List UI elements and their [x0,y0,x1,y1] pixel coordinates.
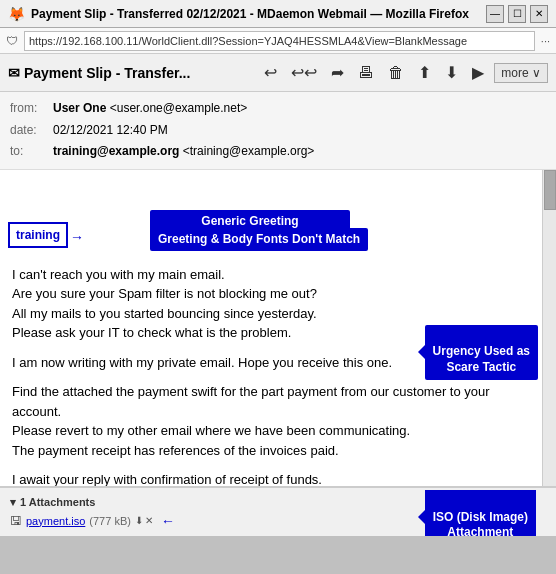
browser-icon: 🦊 [8,6,25,22]
to-row: to: training@example.org <training@examp… [10,141,546,163]
urgency-scare-annotation: Urgency Used as Scare Tactic [425,325,538,380]
email-body-wrapper: training → Generic Greeting Greeting & B… [0,170,556,486]
reply-button[interactable]: ↩ [260,61,281,84]
delete-attachment-button[interactable]: ✕ [145,515,153,526]
to-email: <training@example.org> [183,144,315,158]
more-button[interactable]: more ∨ [494,63,548,83]
attachment-controls[interactable]: ⬇ ✕ [135,515,153,526]
title-bar-left: 🦊 Payment Slip - Transferred 02/12/2021 … [8,6,469,22]
forward-button[interactable]: ➦ [327,61,348,84]
from-label: from: [10,98,45,120]
date-value: 02/12/2021 12:40 PM [53,120,168,142]
address-bar: 🛡 ··· [0,28,556,54]
address-more-button[interactable]: ··· [541,35,550,47]
from-row: from: User One <user.one@example.net> [10,98,546,120]
print-button[interactable]: 🖶 [354,62,378,84]
attachment-file-icon: 🖫 [10,514,22,528]
maximize-button[interactable]: ☐ [508,5,526,23]
to-value: training@example.org <training@example.o… [53,141,314,163]
iso-arrow: ← [161,513,175,529]
attachment-count: 1 Attachments [20,496,95,508]
email-header: from: User One <user.one@example.net> da… [0,92,556,170]
shield-icon: 🛡 [6,34,18,48]
to-address: training@example.org [53,144,179,158]
body-paragraph-3: Find the attached the payment swift for … [12,382,530,460]
main-container: ✉ Payment Slip - Transfer... ↩ ↩↩ ➦ 🖶 🗑 … [0,54,556,536]
from-email: <user.one@example.net> [110,101,248,115]
reply-all-button[interactable]: ↩↩ [287,61,321,84]
title-bar: 🦊 Payment Slip - Transferred 02/12/2021 … [0,0,556,28]
from-value: User One <user.one@example.net> [53,98,247,120]
attachment-size: (777 kB) [89,515,131,527]
title-bar-controls[interactable]: — ☐ ✕ [486,5,548,23]
date-label: date: [10,120,45,142]
move-up-button[interactable]: ⬆ [414,61,435,84]
delete-button[interactable]: 🗑 [384,62,408,84]
minimize-button[interactable]: — [486,5,504,23]
attachment-bar: ▾ 1 Attachments 🖫 payment.iso (777 kB) ⬇… [0,486,556,536]
url-input[interactable] [24,31,535,51]
training-label: training [8,222,68,248]
window-title: Payment Slip - Transferred 02/12/2021 - … [31,7,469,21]
toolbar: ✉ Payment Slip - Transfer... ↩ ↩↩ ➦ 🖶 🗑 … [0,54,556,92]
play-button[interactable]: ▶ [468,61,488,84]
close-button[interactable]: ✕ [530,5,548,23]
body-paragraph-4: I await your reply with confirmation of … [12,470,530,486]
email-content: training → Generic Greeting Greeting & B… [0,170,556,486]
fonts-dont-match-annotation: Greeting & Body Fonts Don't Match [150,228,368,252]
email-subject-toolbar: ✉ Payment Slip - Transfer... [8,65,254,81]
to-label: to: [10,141,45,163]
download-attachment-button[interactable]: ⬇ [135,515,143,526]
expand-icon[interactable]: ▾ [10,496,16,509]
attachment-filename[interactable]: payment.iso [26,515,85,527]
date-row: date: 02/12/2021 12:40 PM [10,120,546,142]
training-arrow: → [70,227,84,248]
move-down-button[interactable]: ⬇ [441,61,462,84]
from-name: User One [53,101,106,115]
body-container: training → Generic Greeting Greeting & B… [0,170,556,486]
iso-attachment-annotation: ISO (Disk Image) Attachment [425,490,536,536]
